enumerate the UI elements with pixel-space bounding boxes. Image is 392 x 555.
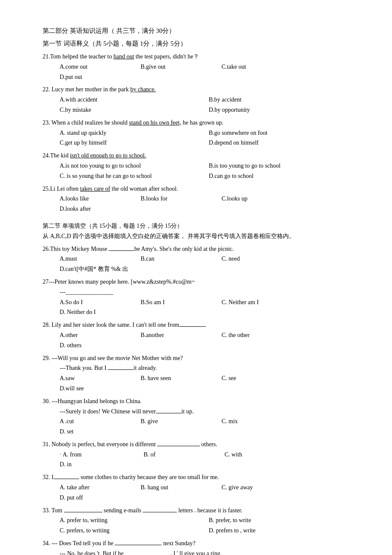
q29-extra: ---Thank you. But I it already.	[60, 363, 358, 373]
q24-underline: isn't old enough to go to school.	[70, 152, 146, 159]
question-22: 22. Lucy met her mother in the park by c…	[43, 84, 358, 115]
q23-underline: stand on his own feet,	[129, 119, 181, 126]
q26-blank	[109, 250, 134, 251]
q21-optC: C.take out	[222, 62, 298, 72]
question-29: 29. ---Will you go and see the movie Net…	[43, 353, 358, 394]
q23-optD: D.depend on himself	[209, 138, 358, 148]
question-33: 33. Tom sending e-mails letters . becaus…	[43, 506, 358, 536]
q22-optA: A.with accident	[60, 95, 209, 105]
section2-header: 第二节 单项填空（共 15小题，每题 1分，满分 15分）	[43, 221, 358, 231]
q27-optA: A.So do I	[60, 297, 136, 308]
q34-blank1	[115, 545, 161, 545]
q29-optC: C. see	[222, 373, 298, 384]
q26-optB: B.can	[141, 254, 217, 264]
q30-blank	[156, 413, 182, 413]
q33-text: 33. Tom sending e-mails letters . becaus…	[43, 506, 358, 516]
q33-options: A. prefer to, writing B. prefer, to writ…	[60, 515, 358, 536]
q29-options: A.saw B. have seen C. see D.will see	[60, 373, 358, 394]
q29-optB: B. have seen	[141, 373, 217, 384]
q24-optB: B.is too young to go to school	[209, 161, 358, 171]
q31-optC: C. with	[225, 450, 301, 460]
section1-header: 第一节 词语释义（共 5小题，每题 1分，满分 5分）	[43, 38, 358, 49]
q25-options: A.looks like B.looks for C.looks up D.lo…	[60, 194, 358, 214]
q28-optC: C. the other	[222, 330, 298, 340]
q32-text: 32. I some clothes to charity because th…	[43, 472, 358, 482]
q21-underline: hand out	[113, 53, 134, 60]
q21-optA: A.come out	[60, 62, 136, 72]
q29-optD: D.will see	[60, 384, 136, 394]
q24-text: 24.The kid isn't old enough to go to sch…	[43, 151, 358, 161]
q30-text: 30. ---Huangyan Island belongs to China.	[43, 396, 358, 407]
q32-blank	[54, 479, 79, 479]
q22-optB: B.by accident	[209, 95, 358, 105]
q22-underline: by chance.	[130, 86, 156, 93]
q33-blank1	[64, 512, 102, 512]
q31-optB: B. of	[144, 450, 220, 460]
q25-optB: B.looks for	[141, 194, 217, 204]
q31-text: 31. Nobody is perfect, but everyone is d…	[43, 439, 358, 450]
q26-optA: A.must	[60, 254, 136, 264]
q25-text: 25.Li Lei often takes care of the old wo…	[43, 184, 358, 194]
q21-optB: B.give out	[141, 62, 217, 72]
q28-blank	[179, 326, 205, 327]
q27-extra: ---________________	[60, 287, 358, 297]
q21-text: 21.Tom helped the teacher to hand out th…	[43, 52, 358, 62]
q33-optD: D. prefers to , write	[209, 526, 358, 536]
question-32: 32. I some clothes to charity because th…	[43, 472, 358, 503]
q30-options: A .cut B. give C. mix D. set	[60, 416, 358, 437]
part2-header: 第二部分 英语知识运用（ 共三节，满分 30分）	[43, 26, 358, 37]
question-30: 30. ---Huangyan Island belongs to China.…	[43, 396, 358, 437]
q22-options: A.with accident B.by accident C.by mista…	[60, 95, 358, 115]
q27-options: A.So do I B.So am I C. Neither am I D. N…	[60, 297, 358, 318]
question-34: 34. --- Does Ted tell you if he next Sun…	[43, 538, 358, 555]
q26-options: A.must B.can C. need D.can't[中#国* 教育 %& …	[60, 254, 358, 274]
q33-blank2	[143, 512, 177, 512]
q26-optD: D.can't[中#国* 教育 %& 出	[60, 264, 136, 274]
q27-optC: C. Neither am I	[222, 297, 298, 308]
q23-optB: B.go somewhere on foot	[209, 128, 358, 138]
q26-text: 26.This toy Mickey Mouse be Amy's. She's…	[43, 244, 358, 254]
q30-extra: ---Surely it does! We Chinese will never…	[60, 407, 358, 417]
q25-underline: takes care of	[80, 186, 110, 192]
q25-optC: C.looks up	[222, 194, 298, 204]
q31-options: · A. from B. of C. with D. in	[60, 450, 358, 470]
q29-text: 29. ---Will you go and see the movie Net…	[43, 353, 358, 363]
q22-optC: C.by mistake	[60, 105, 209, 115]
question-26: 26.This toy Mickey Mouse be Amy's. She's…	[43, 244, 358, 274]
q32-optB: B. hang out	[141, 482, 217, 493]
q26-optC: C. need	[222, 254, 298, 264]
q29-optA: A.saw	[60, 373, 136, 384]
q29-blank	[108, 369, 133, 370]
page-container: 第二部分 英语知识运用（ 共三节，满分 30分） 第一节 词语释义（共 5小题，…	[43, 26, 358, 555]
q30-optC: C. mix	[222, 416, 298, 427]
q24-optD: D.can go to school	[209, 171, 358, 181]
q24-options: A.is not too young to go to school B.is …	[60, 161, 358, 181]
question-25: 25.Li Lei often takes care of the old wo…	[43, 184, 358, 214]
question-23: 23. When a child realizes he should stan…	[43, 118, 358, 148]
q30-optD: D. set	[60, 427, 136, 437]
q21-optD: D.put out	[60, 72, 136, 82]
question-27: 27---Peter knows many people here. [www.…	[43, 277, 358, 317]
q34-extra: --- No, he does 't. But if he, I ' ll gi…	[60, 549, 358, 555]
q27-optD: D. Neither do I	[60, 307, 136, 317]
q28-options: A.other B.another C. the other D. others	[60, 330, 358, 351]
q30-optB: B. give	[141, 416, 217, 427]
question-21: 21.Tom helped the teacher to hand out th…	[43, 52, 358, 82]
q21-options: A.come out B.give out C.take out D.put o…	[60, 62, 358, 82]
q25-optD: D.looks after	[60, 204, 136, 214]
q23-text: 23. When a child realizes he should stan…	[43, 118, 358, 128]
question-28: 28. Lily and her sister look the same. I…	[43, 320, 358, 350]
q28-optD: D. others	[60, 340, 136, 351]
q22-text: 22. Lucy met her mother in the park by c…	[43, 84, 358, 95]
q28-optB: B.another	[141, 330, 217, 340]
q32-optD: D. put off	[60, 493, 136, 503]
q28-text: 28. Lily and her sister look the same. I…	[43, 320, 358, 330]
q32-optC: C. give away	[222, 482, 298, 493]
q33-optC: C. prefers, to writing	[60, 526, 209, 536]
q31-optA: A. from	[63, 450, 139, 460]
q23-optA: A. stand up quickly	[60, 128, 209, 138]
q22-optD: D.by opportunity	[209, 105, 358, 115]
question-24: 24.The kid isn't old enough to go to sch…	[43, 151, 358, 181]
q33-optB: B. prefer, to write	[209, 515, 358, 526]
q23-options: A. stand up quickly B.go somewhere on fo…	[60, 128, 358, 148]
